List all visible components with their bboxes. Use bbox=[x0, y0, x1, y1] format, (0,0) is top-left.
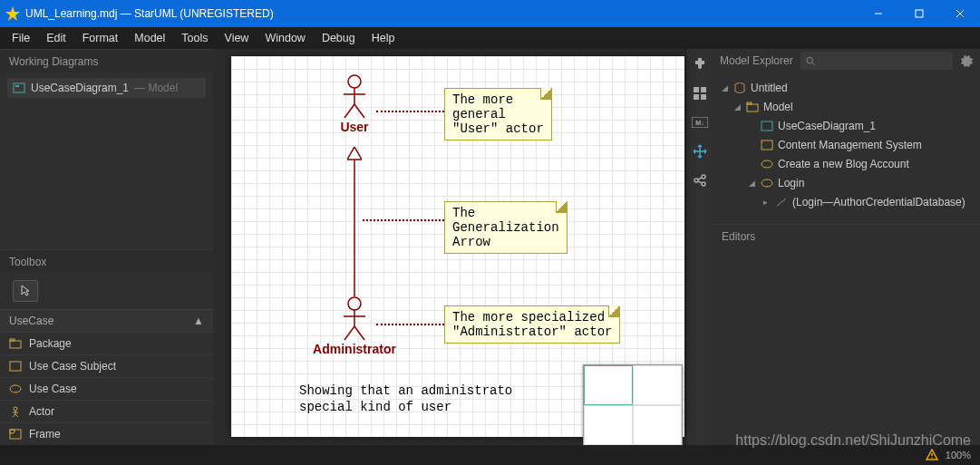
svg-line-20 bbox=[344, 104, 354, 118]
tool-actor[interactable]: Actor bbox=[0, 400, 213, 422]
canvas-area[interactable]: User Administrator The more general "Use… bbox=[213, 49, 685, 445]
move-icon[interactable] bbox=[690, 141, 710, 161]
tree-login-child[interactable]: ▸ (Login—AuthorCredentialDatabase) bbox=[716, 192, 976, 211]
zoom-level[interactable]: 100% bbox=[946, 450, 971, 460]
search-box[interactable] bbox=[800, 52, 953, 70]
tool-usecase[interactable]: Use Case bbox=[0, 377, 213, 400]
close-button[interactable] bbox=[939, 0, 980, 27]
right-panel: Model Explorer ◢ Untitled ◢ Model UseCa bbox=[713, 49, 980, 445]
tree-item[interactable]: Create a new Blog Account bbox=[716, 154, 976, 173]
grid-icon[interactable] bbox=[690, 83, 710, 103]
svg-point-36 bbox=[702, 175, 705, 179]
note-link bbox=[376, 324, 444, 325]
share-icon[interactable] bbox=[690, 170, 710, 190]
tool-usecase-subject[interactable]: Use Case Subject bbox=[0, 354, 213, 377]
gear-icon[interactable] bbox=[960, 54, 973, 67]
svg-line-27 bbox=[344, 326, 354, 340]
frame-icon bbox=[9, 429, 22, 440]
model-tree[interactable]: ◢ Untitled ◢ Model UseCaseDiagram_1 Cont… bbox=[713, 73, 980, 217]
menu-bar: File Edit Format Model Tools View Window… bbox=[0, 27, 980, 49]
svg-point-46 bbox=[762, 160, 772, 168]
diagram-icon bbox=[761, 121, 773, 131]
diagram-parent: — Model bbox=[134, 82, 178, 94]
tree-login[interactable]: ◢ Login bbox=[716, 173, 976, 192]
toolbox-header[interactable]: Toolbox bbox=[0, 249, 213, 273]
actor-admin-label: Administrator bbox=[300, 342, 409, 356]
maximize-button[interactable] bbox=[898, 0, 939, 27]
svg-point-40 bbox=[807, 57, 813, 63]
expand-icon[interactable]: ◢ bbox=[749, 179, 756, 188]
diagram-thumbnail[interactable] bbox=[583, 364, 683, 446]
menu-model[interactable]: Model bbox=[126, 29, 173, 47]
expand-icon[interactable]: ◢ bbox=[734, 102, 742, 111]
markdown-icon[interactable]: M↓ bbox=[690, 112, 710, 132]
cursor-tool[interactable] bbox=[13, 280, 38, 302]
toolbox-category[interactable]: UseCase▲ bbox=[0, 309, 213, 332]
expand-icon[interactable]: ◢ bbox=[722, 83, 729, 92]
left-panel: Working Diagrams UseCaseDiagram_1 — Mode… bbox=[0, 49, 213, 445]
window-title: UML_Learning.mdj — StarUML (UNREGISTERED… bbox=[25, 7, 858, 20]
menu-edit[interactable]: Edit bbox=[38, 29, 74, 47]
svg-point-37 bbox=[702, 182, 705, 186]
warning-icon[interactable] bbox=[926, 449, 938, 461]
svg-rect-16 bbox=[10, 430, 21, 439]
svg-marker-22 bbox=[347, 147, 362, 160]
menu-file[interactable]: File bbox=[4, 29, 38, 47]
menu-window[interactable]: Window bbox=[257, 29, 313, 47]
svg-rect-42 bbox=[747, 104, 758, 111]
note-arrow[interactable]: The Generalization Arrow bbox=[444, 201, 568, 254]
minimize-button[interactable] bbox=[858, 0, 898, 27]
note-admin[interactable]: The more specialized "Administrator" act… bbox=[444, 305, 620, 344]
svg-line-48 bbox=[777, 199, 786, 206]
diagram-icon bbox=[13, 82, 25, 93]
expand-icon[interactable]: ▸ bbox=[763, 198, 771, 207]
relation-icon bbox=[775, 197, 788, 208]
side-toolstrip: M↓ bbox=[685, 49, 713, 445]
note-link bbox=[376, 111, 444, 112]
svg-rect-44 bbox=[762, 121, 772, 131]
svg-line-21 bbox=[354, 104, 364, 118]
svg-rect-2 bbox=[916, 10, 923, 17]
generalization-arrow[interactable] bbox=[347, 147, 362, 296]
menu-format[interactable]: Format bbox=[74, 29, 127, 47]
note-user[interactable]: The more general "User" actor bbox=[444, 88, 552, 140]
menu-tools[interactable]: Tools bbox=[173, 29, 216, 47]
menu-help[interactable]: Help bbox=[364, 29, 403, 47]
svg-rect-45 bbox=[762, 140, 772, 150]
status-bar: 100% bbox=[0, 445, 980, 465]
svg-line-38 bbox=[698, 178, 702, 179]
svg-rect-29 bbox=[694, 87, 699, 92]
svg-line-39 bbox=[698, 181, 702, 183]
extension-icon[interactable] bbox=[690, 54, 710, 74]
svg-rect-7 bbox=[10, 341, 21, 348]
menu-debug[interactable]: Debug bbox=[314, 29, 364, 47]
tree-item[interactable]: UseCaseDiagram_1 bbox=[716, 116, 976, 135]
package-icon bbox=[9, 338, 22, 349]
svg-point-17 bbox=[348, 75, 361, 88]
editors-header[interactable]: Editors bbox=[713, 225, 980, 248]
diagram-canvas[interactable]: User Administrator The more general "Use… bbox=[231, 56, 684, 437]
note-link bbox=[363, 219, 444, 221]
project-icon bbox=[733, 82, 746, 93]
model-explorer-label: Model Explorer bbox=[720, 54, 793, 67]
tool-package[interactable]: Package bbox=[0, 332, 213, 354]
tree-root[interactable]: ◢ Untitled bbox=[716, 78, 976, 97]
svg-text:M↓: M↓ bbox=[695, 120, 703, 126]
tool-frame[interactable]: Frame bbox=[0, 422, 213, 445]
actor-user[interactable]: User bbox=[318, 74, 391, 134]
working-diagrams-header[interactable]: Working Diagrams bbox=[0, 49, 213, 73]
svg-rect-43 bbox=[747, 102, 752, 104]
svg-rect-32 bbox=[701, 94, 706, 100]
svg-rect-6 bbox=[15, 85, 19, 87]
svg-line-14 bbox=[13, 414, 15, 417]
tree-item[interactable]: Content Management System bbox=[716, 135, 976, 154]
menu-view[interactable]: View bbox=[217, 29, 257, 47]
actor-admin[interactable]: Administrator bbox=[300, 296, 409, 356]
svg-rect-30 bbox=[701, 87, 706, 92]
search-input[interactable] bbox=[815, 55, 947, 66]
tree-model[interactable]: ◢ Model bbox=[716, 97, 976, 116]
cursor-icon bbox=[20, 285, 31, 297]
actor-icon bbox=[9, 406, 22, 417]
svg-point-47 bbox=[762, 179, 772, 187]
working-diagram-item[interactable]: UseCaseDiagram_1 — Model bbox=[7, 78, 206, 98]
